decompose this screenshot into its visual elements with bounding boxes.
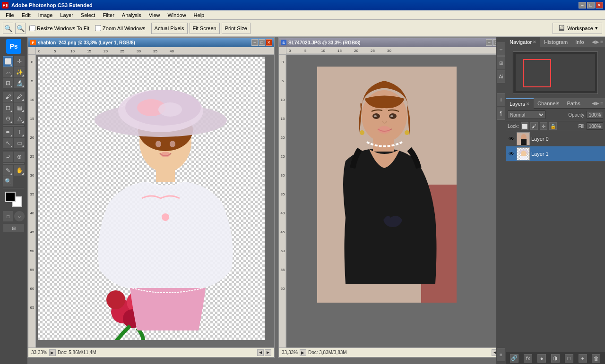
lock-transparent-btn[interactable]: ⬜ bbox=[521, 122, 528, 130]
doc2-maximize-button[interactable]: □ bbox=[493, 39, 496, 46]
eyedropper-tool[interactable]: 🔬 bbox=[14, 78, 25, 88]
layer-1-visibility-toggle[interactable]: 👁 bbox=[508, 150, 515, 158]
workspace-button[interactable]: 🖥 Workspace ▾ bbox=[553, 23, 602, 34]
maximize-button[interactable]: □ bbox=[587, 2, 595, 8]
panel-toggle-btn-3[interactable]: Ai bbox=[497, 70, 505, 83]
quick-mask-btn[interactable]: ○ bbox=[14, 211, 25, 221]
doc1-minimize-button[interactable]: – bbox=[251, 39, 258, 46]
layer-item-0[interactable]: 👁 Layer 0 bbox=[506, 131, 605, 146]
sharpen-tool[interactable]: △ bbox=[14, 113, 25, 124]
lock-image-btn[interactable]: 🖌 bbox=[530, 122, 538, 130]
brush-tool[interactable]: 🖌 bbox=[3, 92, 13, 102]
tab-info[interactable]: Info bbox=[571, 37, 588, 47]
layer-link-btn[interactable]: 🔗 bbox=[510, 354, 519, 363]
doc2-titlebar[interactable]: S SL747020.JPG @ 33,3% (RGB/8) – □ ✕ bbox=[279, 38, 496, 47]
doc1-close-button[interactable]: ✕ bbox=[266, 39, 272, 46]
menu-window[interactable]: Window bbox=[164, 10, 190, 20]
tab-paths[interactable]: Paths bbox=[563, 98, 584, 109]
foreground-color-swatch[interactable] bbox=[5, 192, 16, 202]
crop-tool[interactable]: ⊡ bbox=[3, 78, 13, 88]
layers-panel-menu[interactable]: ≡ bbox=[600, 101, 603, 106]
fill-input[interactable] bbox=[587, 122, 603, 130]
zoom-tool[interactable]: 🔍 bbox=[3, 176, 13, 186]
layer-fx-btn[interactable]: fx bbox=[524, 354, 532, 363]
actual-pixels-button[interactable]: Actual Pixels bbox=[151, 23, 188, 34]
panel-toggle-btn-2[interactable]: ⊞ bbox=[497, 56, 505, 69]
pen-tool[interactable]: ✒ bbox=[3, 127, 13, 137]
menu-image[interactable]: Image bbox=[35, 10, 57, 20]
svg-text:30: 30 bbox=[137, 49, 141, 53]
layers-tab-close: ✕ bbox=[526, 102, 530, 106]
print-size-button[interactable]: Print Size bbox=[222, 23, 251, 34]
menu-view[interactable]: View bbox=[145, 10, 164, 20]
layer-group-btn[interactable]: □ bbox=[565, 354, 573, 363]
lock-position-btn[interactable]: ✛ bbox=[540, 122, 547, 130]
zoom-out-button[interactable]: 🔍 bbox=[3, 23, 13, 34]
svg-text:10: 10 bbox=[321, 49, 325, 53]
layers-panel-expand[interactable]: ◀▶ bbox=[592, 101, 599, 106]
top-panel-menu[interactable]: ≡ bbox=[600, 39, 603, 44]
top-panel-expand[interactable]: ◀▶ bbox=[592, 39, 599, 44]
layer-item-1[interactable]: 👁 Layer 1 bbox=[506, 146, 605, 161]
doc1-scroll-left[interactable]: ◀ bbox=[257, 349, 264, 356]
menu-filter[interactable]: Filter bbox=[99, 10, 118, 20]
fit-screen-button[interactable]: Fit Screen bbox=[190, 23, 220, 34]
tool-sep-1 bbox=[3, 90, 24, 90]
doc2-scroll-left[interactable]: ◀ bbox=[492, 349, 496, 356]
opacity-input[interactable] bbox=[587, 111, 603, 119]
marquee-tool[interactable]: ⬜ bbox=[3, 56, 13, 67]
lock-all-btn[interactable]: 🔒 bbox=[549, 122, 557, 130]
tab-channels[interactable]: Channels bbox=[534, 98, 563, 109]
panel-toggle-btn-5[interactable]: ¶ bbox=[497, 107, 505, 120]
menu-help[interactable]: Help bbox=[190, 10, 208, 20]
shape-tool[interactable]: ▭ bbox=[14, 138, 25, 148]
wand-tool[interactable]: ✨ bbox=[14, 67, 25, 77]
opacity-label: Opacity: bbox=[568, 112, 586, 118]
tab-histogram[interactable]: Histogram bbox=[540, 37, 571, 47]
resize-windows-checkbox[interactable] bbox=[29, 25, 35, 31]
menu-select[interactable]: Select bbox=[77, 10, 99, 20]
menu-edit[interactable]: Edit bbox=[18, 10, 35, 20]
menu-layer[interactable]: Layer bbox=[56, 10, 77, 20]
close-button[interactable]: ✕ bbox=[596, 2, 603, 8]
screen-mode-btn[interactable]: ⊟ bbox=[3, 224, 24, 232]
hand-tool[interactable]: ✋ bbox=[14, 165, 25, 176]
doc1-scroll-right[interactable]: ▶ bbox=[265, 349, 271, 356]
document-window-1: P shablon_243.png @ 33,3% (Layer 1, RGB/… bbox=[27, 37, 275, 358]
layer-new-btn[interactable]: + bbox=[579, 354, 587, 363]
type-tool[interactable]: T bbox=[14, 127, 25, 137]
dodge-tool[interactable]: ⊙ bbox=[3, 113, 13, 124]
zoom-in-button[interactable]: 🔍 bbox=[15, 23, 26, 34]
eraser-tool[interactable]: ◻ bbox=[3, 102, 13, 113]
3d-pan-tool[interactable]: ⊕ bbox=[14, 152, 25, 162]
svg-text:5: 5 bbox=[282, 79, 284, 83]
menu-file[interactable]: File bbox=[2, 10, 18, 20]
standard-mode-btn[interactable]: □ bbox=[3, 211, 13, 221]
doc1-info-btn[interactable]: ▶ bbox=[49, 349, 56, 356]
panel-toggle-btn-4[interactable]: T bbox=[497, 93, 505, 106]
blend-mode-select[interactable]: Normal Multiply Screen Overlay bbox=[508, 110, 545, 119]
doc2-minimize-button[interactable]: – bbox=[486, 39, 493, 46]
move-tool[interactable]: ✛ bbox=[14, 56, 25, 67]
layer-0-visibility-toggle[interactable]: 👁 bbox=[508, 135, 515, 143]
notes-tool[interactable]: ✎ bbox=[3, 165, 13, 176]
lasso-tool[interactable]: ⌓ bbox=[3, 67, 13, 77]
doc1-maximize-button[interactable]: □ bbox=[259, 39, 265, 46]
layer-delete-btn[interactable]: 🗑 bbox=[592, 354, 600, 363]
doc1-titlebar[interactable]: P shablon_243.png @ 33,3% (Layer 1, RGB/… bbox=[28, 38, 274, 47]
navigator-tab-close[interactable]: ✕ bbox=[533, 40, 536, 44]
layer-mask-btn[interactable]: ● bbox=[537, 354, 546, 363]
tab-navigator[interactable]: Navigator ✕ bbox=[506, 37, 540, 47]
layer-adj-btn[interactable]: ◑ bbox=[551, 354, 560, 363]
3d-rotate-tool[interactable]: ⤾ bbox=[3, 152, 13, 162]
panel-toggle-btn-6[interactable]: ≡ bbox=[497, 348, 505, 361]
path-select-tool[interactable]: ↖ bbox=[3, 138, 13, 148]
gradient-tool[interactable]: ▦ bbox=[14, 102, 25, 113]
minimize-button[interactable]: – bbox=[579, 2, 586, 8]
panel-toggle-btn-1[interactable]: ↔ bbox=[497, 42, 505, 56]
zoom-all-checkbox[interactable] bbox=[95, 25, 101, 31]
tab-layers[interactable]: Layers ✕ bbox=[506, 98, 534, 109]
doc2-info-btn[interactable]: ▶ bbox=[300, 349, 306, 356]
menu-analysis[interactable]: Analysis bbox=[118, 10, 145, 20]
clone-tool[interactable]: 🖋 bbox=[14, 92, 25, 102]
